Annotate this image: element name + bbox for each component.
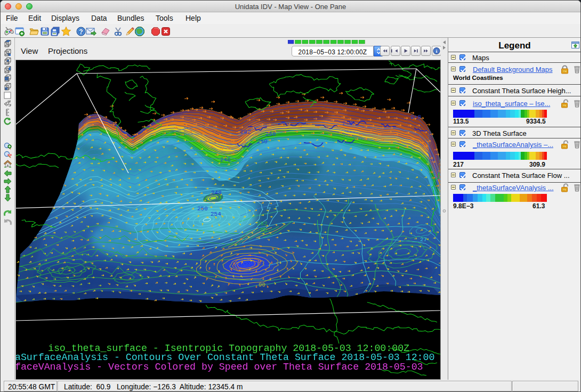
svg-text:250: 250	[197, 206, 208, 212]
svg-text:2+8: 2+8	[410, 114, 421, 120]
svg-text:292: 292	[240, 129, 251, 135]
svg-text:282: 282	[257, 220, 268, 227]
svg-text:254: 254	[211, 211, 221, 217]
svg-text:248: 248	[211, 190, 222, 196]
svg-text:faceVAnalysis - Vectors Colore: faceVAnalysis - Vectors Colored by Speed…	[16, 362, 423, 373]
svg-text:250: 250	[257, 138, 268, 145]
svg-text:90: 90	[259, 282, 265, 288]
svg-text:?: ?	[79, 28, 83, 36]
svg-text:2-4: 2-4	[342, 120, 353, 127]
svg-text:258: 258	[265, 131, 276, 137]
svg-text:246: 246	[220, 157, 231, 163]
svg-text:27: 27	[420, 236, 427, 243]
svg-text:98: 98	[260, 227, 267, 233]
